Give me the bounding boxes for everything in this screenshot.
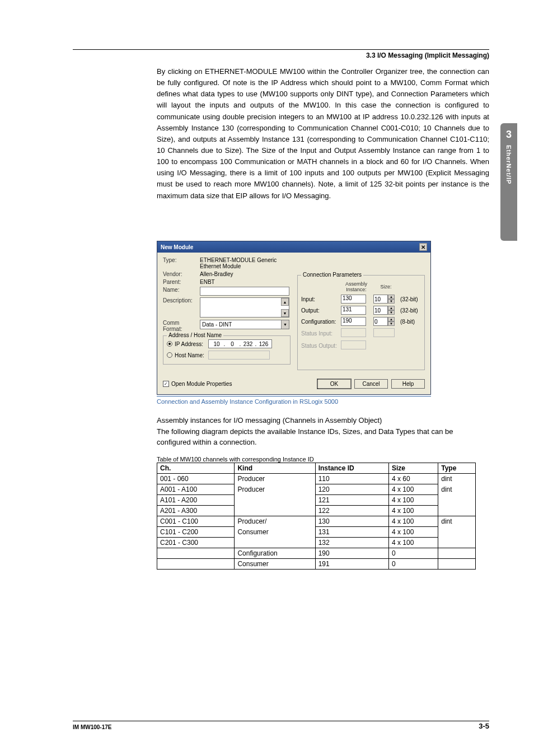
radio-off-icon: [167, 352, 172, 358]
spin-down-icon[interactable]: ▼: [388, 299, 395, 304]
status-output-label: Status Output:: [301, 343, 339, 349]
ip-address-radio[interactable]: IP Address: 10. 0. 232. 126: [167, 339, 287, 348]
dialog-container: New Module ✕ Type:ETHERNET-MODULE Generi…: [157, 241, 476, 570]
scroll-down-icon[interactable]: ▼: [281, 309, 289, 317]
table-cell: dint: [438, 484, 476, 494]
subparagraph: The following diagram depicts the availa…: [157, 426, 476, 448]
radio-on-icon: [167, 341, 172, 347]
input-size-stepper[interactable]: 10▲▼: [373, 295, 395, 304]
table-row: Consumer1910: [157, 558, 476, 569]
body-paragraph: By clicking on ETHERNET-MODULE MW100 wit…: [157, 66, 489, 202]
status-output-instance: [341, 340, 366, 349]
section-header: 3.3 I/O Messaging (Implicit Messaging): [366, 52, 489, 59]
subsection: Assembly instances for I/O messaging (Ch…: [157, 415, 476, 448]
table-cell: Consumer: [235, 558, 315, 569]
table-header: Kind: [235, 463, 315, 473]
description-input[interactable]: ▲▼: [200, 297, 289, 318]
spin-down-icon[interactable]: ▼: [388, 321, 395, 326]
name-input[interactable]: [200, 287, 289, 296]
input-instance-value: 130: [343, 295, 352, 301]
ip-octet-1: 10: [210, 341, 223, 347]
table-cell: Producer: [235, 484, 315, 494]
table-cell: 4 x 100: [389, 516, 438, 526]
configuration-label: Configuration:: [301, 319, 339, 325]
table-cell: 4 x 100: [389, 505, 438, 516]
table-header: Size: [389, 463, 438, 473]
help-button[interactable]: Help: [391, 379, 425, 389]
table-cell: 121: [315, 494, 388, 505]
table-header: Ch.: [157, 463, 235, 473]
ok-button[interactable]: OK: [317, 379, 351, 389]
assembly-instance-header: Assembly Instance:: [341, 281, 372, 292]
table-cell: [235, 537, 315, 548]
status-input-size: [373, 328, 395, 337]
table-cell: [438, 494, 476, 505]
chapter-number: 3: [506, 129, 512, 141]
table-cell: 001 - 060: [157, 473, 235, 484]
config-instance-field[interactable]: 190: [341, 317, 366, 326]
connection-parameters-legend: Connection Parameters: [301, 272, 363, 278]
table-row: A101 - A2001214 x 100: [157, 494, 476, 505]
table-cell: A001 - A100: [157, 484, 235, 494]
input-bits: (32-bit): [400, 296, 420, 302]
table-header: Instance ID: [315, 463, 388, 473]
table-caption: Table of MW100 channels with correspondi…: [157, 456, 476, 463]
table-cell: 131: [315, 526, 388, 537]
table-cell: 4 x 100: [389, 526, 438, 537]
ip-octet-2: 0: [226, 341, 238, 347]
instance-table: Ch.KindInstance IDSizeType 001 - 060Prod…: [157, 463, 476, 570]
table-row: A001 - A100Producer1204 x 100dint: [157, 484, 476, 494]
new-module-dialog: New Module ✕ Type:ETHERNET-MODULE Generi…: [157, 241, 431, 395]
output-label: Output:: [301, 307, 339, 314]
config-size-stepper[interactable]: 0▲▼: [373, 317, 395, 326]
spin-up-icon[interactable]: ▲: [388, 306, 395, 310]
address-host-legend: Address / Host Name: [167, 332, 223, 338]
page: 3.3 I/O Messaging (Implicit Messaging) 3…: [0, 0, 534, 756]
table-cell: 122: [315, 505, 388, 516]
ip-octet-3: 232: [242, 341, 254, 347]
table-cell: [235, 494, 315, 505]
table-row: C201 - C3001324 x 100: [157, 537, 476, 548]
table-cell: 4 x 60: [389, 473, 438, 484]
ip-address-input[interactable]: 10. 0. 232. 126: [208, 339, 272, 348]
table-row: C001 - C100Producer/1304 x 100dint: [157, 516, 476, 526]
table-cell: 130: [315, 516, 388, 526]
comm-format-select[interactable]: Data - DINT▼: [200, 320, 289, 329]
type-label: Type:: [163, 257, 200, 269]
vendor-label: Vendor:: [163, 271, 200, 277]
footer-rule: [73, 721, 489, 721]
output-size-stepper[interactable]: 10▲▼: [373, 306, 395, 315]
spin-down-icon[interactable]: ▼: [388, 310, 395, 315]
vendor-value: Allen-Bradley: [200, 271, 291, 277]
host-name-radio[interactable]: Host Name:: [167, 351, 287, 360]
spin-up-icon[interactable]: ▲: [388, 317, 395, 321]
config-bits: (8-bit): [400, 319, 420, 325]
input-instance-field[interactable]: 130: [341, 295, 366, 304]
figure-caption: Connection and Assembly Instance Configu…: [157, 396, 431, 405]
input-label: Input:: [301, 296, 339, 302]
table-cell: dint: [438, 516, 476, 526]
type-value: ETHERNET-MODULE Generic Ethernet Module: [200, 257, 291, 269]
spin-up-icon[interactable]: ▲: [388, 295, 395, 299]
table-cell: Configuration: [235, 548, 315, 558]
chevron-down-icon[interactable]: ▼: [281, 320, 289, 329]
table-cell: 190: [315, 548, 388, 558]
output-instance-value: 131: [343, 306, 352, 312]
cancel-button[interactable]: Cancel: [354, 379, 388, 389]
ip-octet-4: 126: [257, 341, 270, 347]
close-icon[interactable]: ✕: [419, 243, 427, 251]
checkbox-checked-icon: ✓: [163, 381, 169, 387]
output-instance-field[interactable]: 131: [341, 306, 366, 315]
scroll-up-icon[interactable]: ▲: [281, 298, 289, 306]
chapter-title: EtherNet/IP: [505, 145, 512, 184]
config-size-value: 0: [374, 319, 378, 325]
footer-page-num: 3-5: [479, 722, 489, 730]
parent-value: ENBT: [200, 279, 291, 285]
table-cell: [157, 558, 235, 569]
host-name-label: Host Name:: [175, 352, 208, 358]
table-cell: Consumer: [235, 526, 315, 537]
config-instance-value: 190: [343, 318, 352, 324]
table-cell: [235, 505, 315, 516]
table-cell: [438, 537, 476, 548]
open-module-properties-checkbox[interactable]: ✓Open Module Properties: [163, 381, 232, 387]
